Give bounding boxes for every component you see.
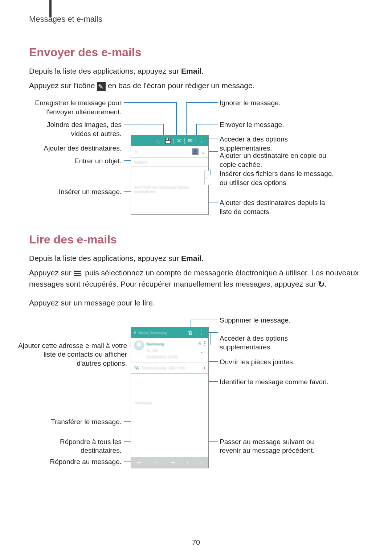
text-fragment: .: [324, 280, 327, 288]
label-favorite: Identifier le message comme favori.: [220, 378, 336, 387]
attach-icon: 📎: [134, 365, 139, 370]
label-delete: Supprimer le message.: [220, 316, 336, 325]
label-more: Accéder à des options supplémentaires.: [220, 334, 336, 352]
section2-heading: Lire des e-mails: [29, 233, 363, 246]
label-subject: Entrer un objet.: [29, 157, 122, 166]
breadcrumb: Messages et e-mails: [29, 15, 363, 24]
attachment-row[interactable]: 📎 Samsung.png 200.1 KB ›: [131, 362, 208, 374]
toolbar-title: About Samsung: [138, 331, 167, 335]
lead-line: [191, 320, 218, 320]
text-fragment: Appuyez sur l'icône: [29, 81, 97, 90]
chevron-down-icon: ⌄: [200, 349, 204, 354]
attach-name: Samsung.png: [142, 366, 166, 370]
label-attachments: Ouvrir les pièces jointes.: [220, 358, 336, 367]
reply-icon[interactable]: ↩: [137, 459, 142, 466]
prev-icon[interactable]: ‹: [187, 459, 188, 466]
text-fragment: .: [201, 67, 204, 75]
lead-line: [186, 102, 218, 103]
compose-icon: [97, 82, 106, 91]
label-cc-bcc: Ajouter un destinataire en copie ou copi…: [220, 151, 336, 169]
more-icon[interactable]: ⋮: [197, 137, 206, 145]
menu-icon: [74, 270, 81, 277]
contacts-icon[interactable]: 👤: [192, 148, 199, 155]
to-line: To: Me: [146, 348, 158, 353]
reply-all-icon[interactable]: ⤺: [154, 459, 158, 466]
lead-line: [176, 102, 177, 139]
section2-p2: Appuyez sur , puis sélectionnez un compt…: [29, 267, 363, 290]
lead-line: [211, 338, 218, 338]
lead-line: [186, 102, 187, 139]
email-bold: Email: [181, 67, 201, 75]
section2-p3: Appuyez sur un message pour le lire.: [29, 297, 363, 308]
star-icon[interactable]: ★: [197, 340, 202, 346]
lead-line: [124, 102, 177, 103]
lead-line: [124, 124, 164, 125]
section1-p2: Appuyez sur l'icône en bas de l'écran po…: [29, 80, 363, 91]
subject-field-row[interactable]: Subject: [131, 158, 208, 167]
page-number: 70: [0, 538, 392, 547]
refresh-icon: ↻: [318, 279, 324, 290]
lead-line: [196, 124, 218, 125]
section1-heading: Envoyer des e-mails: [29, 46, 363, 59]
lead-line: [209, 361, 218, 362]
forward-icon[interactable]: ➡: [170, 459, 175, 466]
body-area[interactable]: ‹ Sent from my Samsung Galaxy smartphone…: [131, 167, 208, 214]
subject-placeholder: Subject: [134, 160, 147, 164]
label-prev-next: Passer au message suivant ou revenir au …: [220, 438, 336, 455]
label-reply-all: Répondre à tous les destinataires.: [29, 438, 122, 455]
lead-line: [209, 175, 218, 176]
compose-toolbar: 📎 💾 ✕ ✉ ⋮: [131, 135, 208, 146]
back-icon[interactable]: ‹: [134, 329, 136, 336]
save-icon[interactable]: 💾: [163, 137, 172, 145]
message-body: Samsung: [131, 374, 208, 450]
label-add-contact: Ajouter cette adresse e-mail à votre lis…: [18, 341, 127, 368]
to-placeholder: To: [134, 149, 138, 154]
read-toolbar: ‹ About Samsung 🗑 ⋮: [131, 327, 208, 338]
body-signature: Samsung: [135, 401, 151, 405]
trash-icon[interactable]: 🗑: [185, 329, 195, 337]
text-fragment: Appuyez sur: [29, 268, 74, 277]
sender-row: Samsung To: Me 21/08/2014 13:05 ★ ⌄: [131, 338, 208, 362]
email-bold: Email: [181, 254, 201, 262]
more-icon[interactable]: ⋮: [197, 329, 206, 337]
section2-p1: Depuis la liste des applications, appuye…: [29, 253, 363, 264]
close-icon[interactable]: ✕: [174, 137, 184, 145]
avatar-icon[interactable]: [134, 340, 144, 350]
label-insert-files: Insérer des fichiers dans le message, ou…: [220, 169, 336, 187]
compose-screen-mock: 📎 💾 ✕ ✉ ⋮ To 👤 ⌄ Subject ‹ Sent from my …: [131, 135, 209, 215]
sender-name: Samsung: [146, 342, 164, 346]
body-placeholder: Sent from my Samsung Galaxy smartphone.: [131, 167, 208, 194]
text-fragment: .: [201, 254, 204, 262]
text-fragment: en bas de l'écran pour rédiger un messag…: [108, 81, 254, 90]
attach-icon[interactable]: 📎: [152, 137, 161, 145]
label-body: Insérer un message.: [29, 188, 122, 197]
chevron-down-icon[interactable]: ⌄: [201, 148, 205, 155]
section1-p1: Depuis la liste des applications, appuye…: [29, 66, 363, 77]
label-forward: Transférer le message.: [29, 418, 122, 427]
date-line: 21/08/2014 13:05: [146, 355, 177, 359]
decorative-top-marker: [49, 0, 52, 17]
chevron-right-icon[interactable]: ›: [204, 365, 205, 371]
label-send: Envoyer le message.: [220, 120, 336, 130]
label-recipients: Ajouter des destinataires.: [29, 144, 122, 153]
compose-diagram: Enregistrer le message pour l'envoyer ul…: [29, 99, 363, 218]
to-field-row[interactable]: To 👤 ⌄: [131, 146, 208, 158]
overflow-icon[interactable]: [204, 340, 205, 346]
label-reply: Répondre au message.: [29, 457, 122, 467]
label-attach: Joindre des images, des vidéos et autres…: [29, 120, 122, 138]
expand-icon[interactable]: ⌄: [198, 348, 205, 355]
label-ignore: Ignorer le message.: [220, 99, 336, 108]
text-fragment: Depuis la liste des applications, appuye…: [29, 254, 181, 262]
label-save-draft: Enregistrer le message pour l'envoyer ul…: [29, 99, 122, 116]
send-icon[interactable]: ✉: [185, 137, 195, 145]
label-more-options: Accéder à des options supplémentaires.: [220, 135, 336, 153]
next-icon[interactable]: ›: [200, 459, 202, 466]
attach-size: 200.1 KB: [168, 366, 185, 370]
lead-line: [211, 169, 211, 175]
bottom-bar: ↩ ⤺ ➡ ‹ ›: [131, 457, 208, 468]
read-diagram: Ajouter cette adresse e-mail à votre lis…: [29, 316, 363, 476]
label-from-contacts: Ajouter des destinataires depuis la list…: [220, 198, 336, 216]
read-screen-mock: ‹ About Samsung 🗑 ⋮ Samsung To: Me 21/08…: [131, 327, 209, 468]
lead-line: [211, 332, 211, 345]
text-fragment: Depuis la liste des applications, appuye…: [29, 67, 181, 75]
